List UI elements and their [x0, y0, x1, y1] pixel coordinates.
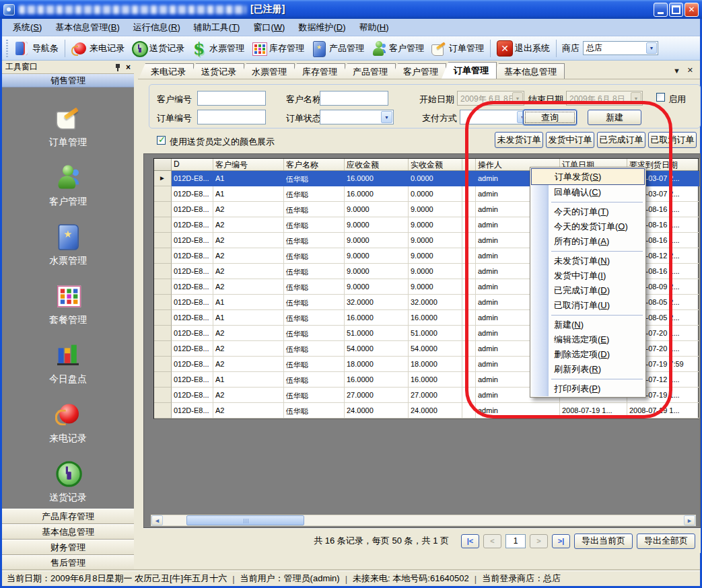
column-header-received[interactable]: 实收金额: [409, 159, 462, 170]
completed-orders-button[interactable]: 已完成订单: [597, 132, 645, 148]
prev-page-button[interactable]: <: [483, 534, 501, 548]
color-option-checkbox[interactable]: [157, 136, 166, 145]
toolbar-button-navbar[interactable]: 导航条: [11, 39, 62, 58]
unshipped-orders-button[interactable]: 未发货订单: [495, 132, 543, 148]
column-header-cust_name[interactable]: 客户名称: [284, 159, 345, 170]
horizontal-scrollbar[interactable]: ◄ ►: [151, 515, 696, 526]
context-menu-item-confirm-receipt[interactable]: 回单确认(C): [531, 185, 645, 200]
scroll-left-icon[interactable]: ◄: [151, 515, 163, 525]
context-menu-item-delete-selected[interactable]: 删除选定项(D): [531, 347, 645, 362]
cell-cust_no: A2: [213, 264, 284, 279]
tab-订单管理[interactable]: 订单管理: [442, 62, 497, 79]
chart-icon: [55, 342, 81, 367]
menubar-item-data-maintenance[interactable]: 数据维护(D): [291, 19, 352, 36]
context-menu-item-edit-selected[interactable]: 编辑选定项(E): [531, 332, 645, 347]
toolbar-button-products[interactable]: 产品管理: [308, 39, 367, 58]
menubar-item-help[interactable]: 帮助(H): [352, 19, 395, 36]
toolbar-button-customers[interactable]: 客户管理: [367, 39, 427, 58]
export-all-pages-button[interactable]: 导出全部页: [637, 534, 695, 549]
tab-送货记录[interactable]: 送货记录: [189, 63, 244, 79]
menubar-item-basic-info[interactable]: 基本信息管理(B): [48, 19, 126, 36]
menubar-item-aux-tools[interactable]: 辅助工具(T): [187, 19, 247, 36]
context-menu-item-cancelled-orders[interactable]: 已取消订单(U): [531, 298, 645, 313]
sidebar-item-incoming-calls[interactable]: 来电记录: [49, 400, 87, 445]
shop-select[interactable]: 总店: [583, 41, 658, 55]
minimize-button[interactable]: [654, 3, 668, 17]
context-menu-item-refresh-list[interactable]: 刷新列表(R): [531, 362, 645, 377]
order-status-select[interactable]: [320, 110, 394, 124]
customer-name-input[interactable]: [320, 91, 388, 106]
tab-基本信息管理[interactable]: 基本信息管理: [492, 63, 565, 79]
context-menu-item-ship-order[interactable]: 订单发货(S): [531, 168, 645, 185]
tab-产品管理[interactable]: 产品管理: [341, 63, 396, 79]
context-menu-item-todays-orders[interactable]: 今天的订单(T): [531, 205, 645, 219]
column-header-receivable[interactable]: 应收金额: [345, 159, 409, 170]
cell-blank: [462, 326, 476, 341]
last-page-button[interactable]: >|: [552, 534, 570, 548]
column-header-id[interactable]: D: [172, 159, 213, 170]
context-menu-item-completed-orders[interactable]: 已完成订单(D): [531, 283, 645, 298]
tab-客户管理[interactable]: 客户管理: [391, 63, 446, 79]
column-header-blank[interactable]: [462, 159, 476, 170]
first-page-button[interactable]: |<: [461, 534, 479, 548]
sidebar-section-bar[interactable]: 售后管理: [2, 555, 134, 571]
tab-水票管理[interactable]: 水票管理: [240, 63, 295, 79]
context-menu-item-unshipped-orders[interactable]: 未发货订单(N): [531, 254, 645, 268]
customer-no-input[interactable]: [197, 91, 266, 106]
context-menu-item-print-list[interactable]: 打印列表(P): [531, 381, 645, 396]
menubar-item-system[interactable]: 系统(S): [6, 19, 48, 36]
start-date-picker[interactable]: 2009年 6月 8日: [457, 91, 524, 106]
toolbar-separator: [556, 40, 557, 57]
tab-库存管理[interactable]: 库存管理: [290, 63, 345, 79]
menubar-item-runtime-info[interactable]: 运行信息(R): [127, 19, 187, 36]
export-current-page-button[interactable]: 导出当前页: [574, 534, 633, 549]
sidebar-item-packages[interactable]: 套餐管理: [49, 281, 87, 326]
cancelled-orders-button[interactable]: 已取消订单: [648, 132, 697, 148]
tab-list-dropdown-icon[interactable]: ▼: [673, 67, 680, 75]
toolbar-button-exit[interactable]: 退出系统: [493, 39, 553, 58]
context-menu-item-all-orders[interactable]: 所有的订单(A): [531, 234, 645, 249]
toolbar-button-inventory[interactable]: 库存管理: [248, 39, 308, 58]
sidebar-item-today-stocktake[interactable]: 今日盘点: [49, 340, 87, 385]
context-menu-item-todays-shipped-orders[interactable]: 今天的发货订单(O): [531, 219, 645, 234]
shipping-orders-button[interactable]: 发货中订单: [546, 132, 594, 148]
toolbar-button-water-tickets[interactable]: 水票管理: [188, 39, 248, 58]
toolbar-button-delivery-records[interactable]: 送货记录: [128, 39, 188, 58]
sidebar-item-water-tickets[interactable]: 水票管理: [49, 222, 87, 267]
page-number-input[interactable]: [505, 534, 526, 548]
order-no-input[interactable]: [197, 110, 266, 124]
column-header-cust_no[interactable]: 客户编号: [213, 159, 284, 170]
query-button[interactable]: 查询: [523, 110, 577, 125]
sidebar-item-delivery-records[interactable]: 送货记录: [49, 459, 87, 504]
table-row[interactable]: 012D-E8...A2伍华聪24.000024.0000admin2008-0…: [154, 403, 698, 418]
cell-received: 9.0000: [409, 279, 462, 295]
new-button[interactable]: 新建: [588, 110, 641, 125]
sidebar-section-bar[interactable]: 基本信息管理: [2, 524, 134, 540]
end-date-picker[interactable]: 2009年 6月 8日: [566, 91, 643, 106]
person-icon: [55, 164, 81, 190]
cell-blank: [462, 403, 476, 418]
sidebar-section-bar[interactable]: 财务管理: [2, 540, 134, 555]
pin-icon[interactable]: [114, 63, 122, 71]
tab-来电记录[interactable]: 来电记录: [139, 63, 194, 79]
context-menu-item-new[interactable]: 新建(N): [531, 318, 645, 332]
enable-checkbox[interactable]: [656, 93, 665, 102]
maximize-button[interactable]: [669, 3, 683, 17]
cell-id: 012D-E8...: [172, 186, 213, 202]
sidebar-section-bar[interactable]: 产品库存管理: [2, 509, 134, 524]
toolbar-button-orders[interactable]: 订单管理: [427, 39, 487, 58]
pay-method-select[interactable]: [460, 110, 530, 124]
close-icon[interactable]: ×: [126, 63, 131, 71]
toolbar-button-incoming-calls[interactable]: 来电记录: [68, 39, 128, 58]
next-page-button[interactable]: >: [530, 534, 548, 548]
tab-close-icon[interactable]: ✕: [687, 66, 693, 75]
scrollbar-thumb[interactable]: [186, 515, 304, 525]
close-button[interactable]: [685, 3, 699, 17]
sidebar-item-orders[interactable]: 订单管理: [49, 104, 87, 149]
cell-cust_name: 伍华聪: [284, 326, 345, 341]
context-menu-item-shipping-orders[interactable]: 发货中订单(I): [531, 268, 645, 283]
sidebar-item-customers[interactable]: 客户管理: [49, 163, 87, 208]
menubar-item-window[interactable]: 窗口(W): [246, 19, 291, 36]
cell-cust_name: 伍华聪: [284, 403, 345, 418]
scroll-right-icon[interactable]: ►: [684, 515, 695, 525]
